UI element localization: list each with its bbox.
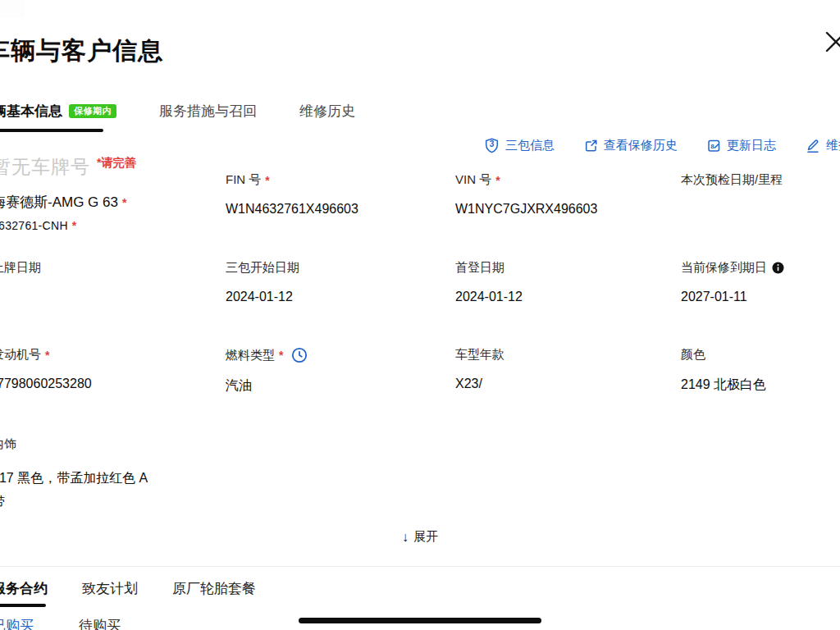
tab-label: 车辆基本信息 (0, 102, 62, 121)
required-asterisk: * (72, 219, 77, 232)
required-asterisk: * (495, 174, 500, 187)
field-vin: VIN 号* W1NYC7GJXRX496603 (455, 172, 681, 260)
tab-vehicle-basic-info[interactable]: 车辆基本信息 保修期内 (0, 102, 116, 121)
field-color: 颜色 2149 北极白色 (681, 347, 840, 436)
tab-repair-history[interactable]: 维修历史 (299, 102, 355, 121)
expand-button[interactable]: ↓ 展开 (0, 529, 840, 545)
vehicle-model-name: 梅赛德斯-AMG G 63 (0, 194, 118, 210)
field-fuel-type: 燃料类型* 汽油 (226, 347, 455, 436)
required-asterisk: * (45, 349, 49, 362)
tab-service-measures-recall[interactable]: 服务措施与召回 (159, 102, 257, 121)
field-label: 上牌日期 (0, 260, 41, 276)
home-indicator-bar[interactable] (299, 618, 541, 623)
expand-label: 展开 (413, 529, 438, 545)
field-engine-number: 发动机号* 7798060253280 (0, 347, 226, 436)
tab-oem-tire-package[interactable]: 原厂轮胎套餐 (172, 579, 256, 598)
field-value[interactable]: 2149 北极白色 (681, 377, 840, 394)
update-log-link[interactable]: 8 更新日志 (707, 138, 776, 153)
vehicle-summary-cell: 暂无车牌号 *请完善 梅赛德斯-AMG G 63* 4632761-CNH* (0, 172, 226, 260)
field-value[interactable]: W1NYC7GJXRX496603 (455, 202, 681, 217)
action-label: 更新日志 (727, 138, 776, 153)
external-link-icon (584, 139, 598, 153)
field-value[interactable]: 2024-01-12 (226, 290, 455, 304)
maintenance-info-link[interactable]: 维护信息 (806, 138, 840, 153)
info-tabs: 车辆基本信息 保修期内 服务措施与召回 维修历史 (0, 102, 355, 121)
view-warranty-history-link[interactable]: 查看保修历史 (584, 138, 678, 153)
field-value[interactable]: 2024-01-12 (455, 290, 681, 304)
field-label: 首登日期 (455, 260, 504, 276)
service-section-tabs: 服务合约 致友计划 原厂轮胎套餐 (0, 579, 256, 598)
tab-friend-program[interactable]: 致友计划 (82, 579, 138, 598)
field-fin: FIN 号* W1N4632761X496603 (226, 172, 455, 260)
info-icon[interactable] (772, 262, 784, 274)
action-label: 三包信息 (505, 138, 555, 153)
interior-value-line1: 917 黑色，带孟加拉红色 A (0, 466, 226, 490)
shield-3-icon: 3 (484, 138, 500, 153)
field-warranty-start-date: 三包开始日期 2024-01-12 (226, 260, 455, 347)
vehicle-fields-grid: 暂无车牌号 *请完善 梅赛德斯-AMG G 63* 4632761-CNH* F… (0, 172, 840, 514)
plate-complete-hint: *请完善 (97, 156, 135, 171)
corner-artifact (0, 0, 25, 18)
pencil-icon (806, 139, 820, 153)
close-icon[interactable] (822, 28, 840, 56)
field-label: 燃料类型 (226, 348, 275, 363)
field-label: 内饰 (0, 436, 16, 452)
field-value[interactable]: X23/ (455, 377, 681, 391)
field-precheck-date-mileage: 本次预检日期/里程 (681, 172, 840, 260)
tab-label: 维修历史 (299, 102, 355, 121)
arrow-down-icon: ↓ (402, 531, 409, 544)
field-interior: 内饰 917 黑色，带孟加拉红色 A 带 (0, 436, 226, 514)
changelog-icon: 8 (707, 139, 721, 153)
field-label: 车型年款 (455, 347, 504, 363)
required-asterisk: * (122, 196, 126, 209)
field-value[interactable]: 7798060253280 (0, 377, 226, 391)
three-guarantees-link[interactable]: 3 三包信息 (484, 138, 555, 153)
field-value[interactable]: 917 黑色，带孟加拉红色 A 带 (0, 466, 226, 514)
plate-number-placeholder[interactable]: 暂无车牌号 (0, 154, 90, 180)
purchase-filters: 已购买 待购买 (0, 616, 121, 630)
action-label: 查看保修历史 (604, 138, 678, 153)
field-label: 颜色 (681, 347, 705, 363)
field-label: 发动机号 (0, 347, 41, 363)
filter-purchased[interactable]: 已购买 (0, 616, 34, 630)
page-title: 车辆与客户信息 (0, 34, 163, 68)
active-bottom-tab-underline (0, 604, 46, 607)
field-value[interactable]: 汽油 (226, 377, 455, 395)
field-label: 三包开始日期 (226, 260, 299, 276)
tab-service-contract[interactable]: 服务合约 (0, 579, 48, 598)
quick-actions: 3 三包信息 查看保修历史 8 更新日志 (484, 138, 840, 153)
field-value[interactable]: W1N4632761X496603 (226, 202, 455, 217)
field-register-date: 上牌日期 (0, 260, 226, 347)
field-label: 本次预检日期/里程 (681, 172, 783, 188)
active-tab-underline (0, 129, 103, 132)
field-model-year: 车型年款 X23/ (455, 347, 681, 436)
section-divider (0, 566, 840, 567)
clock-icon[interactable] (291, 347, 308, 363)
field-label: 当前保修到期日 (681, 260, 767, 276)
interior-value-line2: 带 (0, 490, 226, 514)
vehicle-model-code: 4632761-CNH (0, 219, 68, 232)
action-label: 维护信息 (826, 138, 840, 153)
field-first-registration-date: 首登日期 2024-01-12 (455, 260, 681, 347)
tab-label: 服务措施与召回 (159, 102, 257, 121)
required-asterisk: * (279, 349, 283, 362)
warranty-status-badge: 保修期内 (69, 104, 116, 118)
field-label: FIN 号 (226, 172, 261, 188)
filter-to-purchase[interactable]: 待购买 (79, 616, 121, 630)
svg-text:8: 8 (710, 143, 714, 150)
field-value[interactable]: 2027-01-11 (681, 290, 840, 304)
field-warranty-end-date: 当前保修到期日 2027-01-11 (681, 260, 840, 347)
field-label: VIN 号 (455, 172, 491, 188)
required-asterisk: * (265, 174, 269, 187)
